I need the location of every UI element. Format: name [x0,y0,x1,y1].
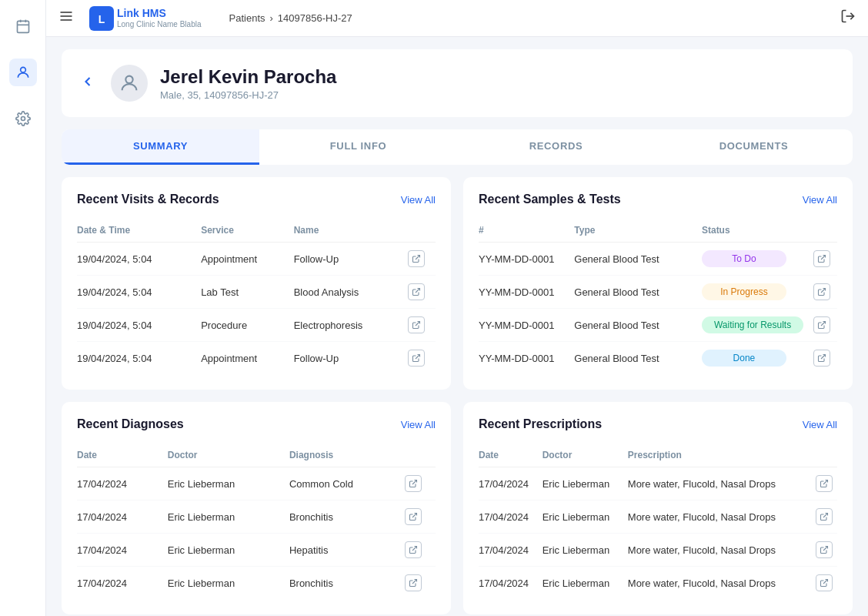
open-link-icon[interactable] [408,316,425,333]
tab-documents[interactable]: DOCUMENTS [655,129,853,165]
avatar [111,65,148,102]
open-link-icon[interactable] [813,250,830,267]
sample-open[interactable] [813,276,837,309]
svg-point-5 [21,117,25,121]
table-row: 17/04/2024 Eric Lieberman More water, Fl… [479,534,837,567]
col-doctor: Doctor [542,444,628,467]
presc-prescription: More water, Flucold, Nasal Drops [628,534,816,567]
svg-line-27 [823,547,828,551]
recent-diagnoses-title: Recent Diagnoses [77,417,184,431]
diag-doctor: Eric Lieberman [168,500,289,534]
breadcrumb-separator: › [270,12,273,24]
open-link-icon[interactable] [405,475,422,492]
presc-open[interactable] [816,534,837,567]
diag-doctor: Eric Lieberman [168,567,289,600]
visit-date: 19/04/2024, 5:04 [77,309,201,342]
col-date: Date [77,444,168,467]
recent-samples-header: Recent Samples & Tests View All [479,192,837,206]
sidebar-icon-settings[interactable] [9,105,37,132]
svg-line-13 [416,256,420,260]
diag-open[interactable] [405,534,436,567]
table-row: 17/04/2024 Eric Lieberman Common Cold [77,467,436,500]
logout-icon[interactable] [840,8,856,28]
sample-open[interactable] [813,309,837,342]
breadcrumb: Patients › 14097856-HJ-27 [229,12,352,24]
col-prescription: Prescription [628,444,816,467]
breadcrumb-parent[interactable]: Patients [229,12,265,24]
table-row: 19/04/2024, 5:04 Appointment Follow-Up [77,243,436,276]
table-row: YY-MM-DD-0001 General Blood Test In Prog… [479,276,837,309]
presc-open[interactable] [816,567,837,600]
open-link-icon[interactable] [408,350,425,367]
diag-doctor: Eric Lieberman [168,534,289,567]
sample-status: Waiting for Results [702,309,813,342]
diag-open[interactable] [405,500,436,534]
diag-open[interactable] [405,567,436,600]
open-link-icon[interactable] [816,475,833,492]
visit-open[interactable] [408,309,436,342]
topbar: L Link HMS Long Clinic Name Blabla Patie… [46,0,868,37]
open-link-icon[interactable] [405,574,422,591]
svg-line-21 [412,480,417,485]
visit-service: Procedure [201,309,294,342]
logo-icon: L [89,6,114,31]
recent-samples-view-all[interactable]: View All [803,194,837,206]
svg-line-24 [412,580,417,584]
presc-open[interactable] [816,467,837,500]
presc-doctor: Eric Lieberman [542,467,628,500]
diag-open[interactable] [405,467,436,500]
open-link-icon[interactable] [816,508,833,525]
recent-diagnoses-header: Recent Diagnoses View All [77,417,436,431]
recent-diagnoses-view-all[interactable]: View All [401,419,436,430]
table-row: 17/04/2024 Eric Lieberman More water, Fl… [479,567,837,600]
recent-prescriptions-header: Recent Prescriptions View All [479,417,837,431]
sample-open[interactable] [813,342,837,375]
recent-prescriptions-table: Date Doctor Prescription 17/04/2024 Eric… [479,444,837,599]
svg-line-26 [823,514,828,518]
visit-open[interactable] [408,342,436,375]
presc-date: 17/04/2024 [479,567,542,600]
col-open [408,219,436,243]
table-row: 17/04/2024 Eric Lieberman More water, Fl… [479,467,837,500]
open-link-icon[interactable] [813,316,830,333]
hamburger-icon[interactable] [58,8,74,28]
sidebar-icon-calendar[interactable] [9,12,37,40]
sample-open[interactable] [813,243,837,276]
table-row: YY-MM-DD-0001 General Blood Test To Do [479,243,837,276]
tab-full-info[interactable]: FULL INFO [259,129,457,165]
recent-visits-view-all[interactable]: View All [401,194,436,206]
diag-diagnosis: Hepatitis [289,534,405,567]
open-link-icon[interactable] [408,250,425,267]
open-link-icon[interactable] [405,508,422,525]
col-date: Date [479,444,542,467]
open-link-icon[interactable] [816,574,833,591]
sidebar-icon-user[interactable] [9,59,37,86]
svg-line-25 [823,480,828,485]
sample-status: In Progress [702,276,813,309]
patient-details: Male, 35, 14097856-HJ-27 [160,89,336,101]
tab-summary[interactable]: SUMMARY [62,129,259,165]
col-status: Status [702,219,813,243]
diag-diagnosis: Common Cold [289,467,405,500]
col-name: Name [294,219,408,243]
open-link-icon[interactable] [408,283,425,300]
open-link-icon[interactable] [816,541,833,558]
visit-open[interactable] [408,276,436,309]
diag-date: 17/04/2024 [77,500,168,534]
visit-open[interactable] [408,243,436,276]
presc-doctor: Eric Lieberman [542,534,628,567]
svg-line-15 [416,322,420,326]
svg-line-16 [416,355,420,360]
sample-type: General Blood Test [574,243,702,276]
logo: L Link HMS Long Clinic Name Blabla [89,6,202,31]
table-row: YY-MM-DD-0001 General Blood Test Done [479,342,837,375]
presc-open[interactable] [816,500,837,534]
diag-diagnosis: Bronchitis [289,500,405,534]
open-link-icon[interactable] [813,283,830,300]
tab-records[interactable]: RECORDS [457,129,655,165]
open-link-icon[interactable] [405,541,422,558]
back-button[interactable] [80,74,95,93]
recent-prescriptions-view-all[interactable]: View All [803,419,837,430]
open-link-icon[interactable] [813,350,830,367]
sidebar [0,0,46,616]
